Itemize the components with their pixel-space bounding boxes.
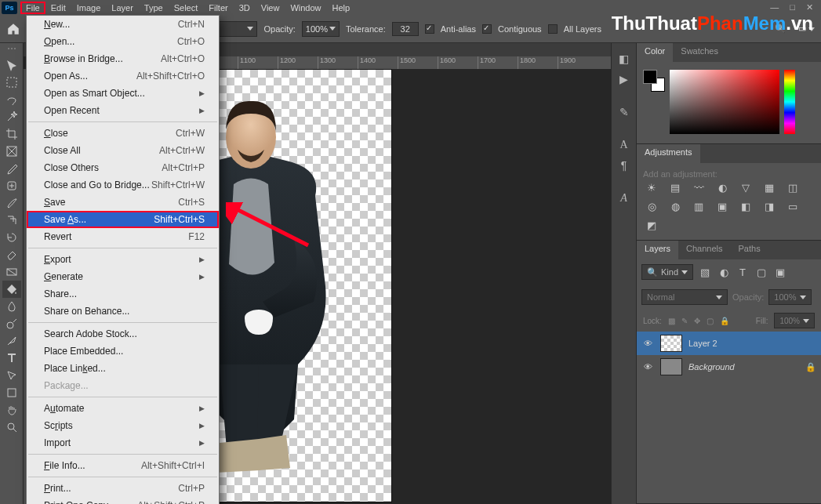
- fg-bg-swatch[interactable]: [643, 70, 665, 92]
- menu-filter[interactable]: Filter: [203, 2, 233, 14]
- layer-row-0[interactable]: 👁Layer 2: [637, 332, 821, 355]
- menu-edit[interactable]: Edit: [45, 2, 71, 14]
- adj-brightness-icon[interactable]: ☀: [645, 182, 659, 193]
- tab-paths[interactable]: Paths: [731, 241, 768, 259]
- file-menu-automate[interactable]: Automate: [27, 400, 219, 417]
- file-menu-revert[interactable]: RevertF12: [27, 228, 219, 245]
- adj-channel-mixer-icon[interactable]: ◍: [668, 201, 682, 212]
- file-menu-open-recent[interactable]: Open Recent: [27, 102, 219, 119]
- marquee-tool[interactable]: [2, 74, 21, 91]
- hand-tool[interactable]: [2, 401, 21, 419]
- eraser-tool[interactable]: [2, 246, 21, 263]
- layer-opacity[interactable]: 100%: [768, 289, 811, 305]
- filter-type-icon[interactable]: T: [736, 267, 750, 277]
- tab-color[interactable]: Color: [637, 43, 673, 62]
- adj-vibrance-icon[interactable]: ▽: [739, 182, 753, 193]
- contiguous-check[interactable]: Contiguous: [482, 24, 542, 34]
- adj-invert-icon[interactable]: ▣: [715, 201, 729, 212]
- layer-row-1[interactable]: 👁Background🔒: [637, 355, 821, 379]
- zoom-tool[interactable]: [2, 419, 21, 436]
- file-menu-generate[interactable]: Generate: [27, 268, 219, 285]
- file-menu-open-as[interactable]: Open As...Alt+Shift+Ctrl+O: [27, 67, 219, 85]
- file-menu-close-and-go-to-bridge[interactable]: Close and Go to Bridge...Shift+Ctrl+W: [27, 176, 219, 194]
- file-menu-close-others[interactable]: Close OthersAlt+Ctrl+P: [27, 159, 219, 176]
- file-menu-save-as[interactable]: Save As...Shift+Ctrl+S: [27, 211, 219, 228]
- healing-tool[interactable]: [2, 177, 21, 194]
- filter-adjust-icon[interactable]: ◐: [717, 267, 731, 277]
- anti-alias-check[interactable]: Anti-alias: [425, 24, 476, 34]
- adj-exposure-icon[interactable]: ◐: [715, 182, 729, 193]
- minimize-icon[interactable]: —: [770, 2, 779, 13]
- lock-all-icon[interactable]: 🔒: [720, 317, 729, 325]
- history-brush-tool[interactable]: [2, 229, 21, 246]
- paragraph-icon[interactable]: ¶: [616, 158, 632, 173]
- home-icon[interactable]: [6, 22, 20, 36]
- file-menu-print-one-copy[interactable]: Print One CopyAlt+Shift+Ctrl+P: [27, 497, 219, 504]
- color-field[interactable]: [670, 70, 779, 134]
- frame-tool[interactable]: [2, 143, 21, 160]
- visibility-icon[interactable]: 👁: [641, 339, 654, 348]
- file-menu-share-on-behance[interactable]: Share on Behance...: [27, 303, 219, 320]
- crop-tool[interactable]: [2, 125, 21, 143]
- all-layers-check[interactable]: All Layers: [548, 24, 601, 34]
- lock-pos-icon[interactable]: ✥: [694, 317, 700, 325]
- adj-threshold-icon[interactable]: ◨: [762, 201, 776, 212]
- gradient-tool[interactable]: [2, 263, 21, 281]
- close-icon[interactable]: ✕: [806, 2, 813, 13]
- filter-smart-icon[interactable]: ▣: [773, 267, 787, 277]
- adj-levels-icon[interactable]: ▤: [668, 182, 682, 193]
- file-menu-close-all[interactable]: Close AllAlt+Ctrl+W: [27, 142, 219, 159]
- lasso-tool[interactable]: [2, 91, 21, 108]
- rectangle-tool[interactable]: [2, 384, 21, 401]
- lock-paint-icon[interactable]: ✎: [681, 317, 688, 325]
- file-menu-search-adobe-stock[interactable]: Search Adobe Stock...: [27, 325, 219, 343]
- tab-layers[interactable]: Layers: [637, 241, 678, 259]
- filter-pixel-icon[interactable]: ▧: [698, 267, 712, 277]
- visibility-icon[interactable]: 👁: [641, 362, 654, 372]
- magic-wand-tool[interactable]: [2, 108, 21, 125]
- eyedropper-tool[interactable]: [2, 160, 21, 177]
- layer-thumb[interactable]: [660, 358, 682, 375]
- file-menu-new[interactable]: New...Ctrl+N: [27, 16, 219, 33]
- bucket-tool[interactable]: [2, 281, 21, 298]
- adj-lut-icon[interactable]: ▥: [692, 201, 706, 212]
- adj-posterize-icon[interactable]: ◧: [739, 201, 753, 212]
- type-tool[interactable]: [2, 350, 21, 367]
- file-menu-file-info[interactable]: File Info...Alt+Shift+Ctrl+I: [27, 457, 219, 474]
- lock-nest-icon[interactable]: ▢: [707, 317, 714, 325]
- tab-swatches[interactable]: Swatches: [673, 43, 726, 62]
- file-menu-import[interactable]: Import: [27, 434, 219, 451]
- file-menu-open-as-smart-object[interactable]: Open as Smart Object...: [27, 85, 219, 102]
- adj-selective-icon[interactable]: ◩: [645, 219, 659, 230]
- adj-photo-filter-icon[interactable]: ◎: [645, 201, 659, 212]
- file-menu-print[interactable]: Print...Ctrl+P: [27, 480, 219, 497]
- glyph-icon[interactable]: A: [616, 190, 632, 206]
- clone-tool[interactable]: [2, 212, 21, 229]
- menu-layer[interactable]: Layer: [106, 2, 139, 14]
- adj-hue-icon[interactable]: ▦: [762, 182, 776, 193]
- menu-image[interactable]: Image: [71, 2, 107, 14]
- adj-curves-icon[interactable]: 〰: [692, 182, 706, 193]
- menu-type[interactable]: Type: [139, 2, 169, 14]
- file-menu-share[interactable]: Share...: [27, 285, 219, 303]
- file-menu-place-embedded[interactable]: Place Embedded...: [27, 343, 219, 360]
- maximize-icon[interactable]: □: [790, 2, 795, 13]
- tolerance-input[interactable]: [392, 22, 419, 36]
- layer-fill[interactable]: 100%: [774, 313, 815, 328]
- blur-tool[interactable]: [2, 298, 21, 315]
- opacity-picker[interactable]: 100%: [302, 21, 340, 37]
- file-menu-close[interactable]: CloseCtrl+W: [27, 125, 219, 142]
- menu-window[interactable]: Window: [285, 2, 326, 14]
- dodge-tool[interactable]: [2, 315, 21, 332]
- layer-thumb[interactable]: [660, 335, 682, 352]
- adj-bw-icon[interactable]: ◫: [786, 182, 800, 193]
- brush-tool[interactable]: [2, 194, 21, 212]
- tab-channels[interactable]: Channels: [678, 241, 730, 259]
- menu-view[interactable]: View: [256, 2, 285, 14]
- panel-grip[interactable]: [4, 48, 20, 54]
- file-menu-export[interactable]: Export: [27, 251, 219, 268]
- hue-slider[interactable]: [784, 70, 795, 134]
- file-menu-place-linked[interactable]: Place Linked...: [27, 360, 219, 377]
- menu-file[interactable]: File: [20, 2, 45, 14]
- play-icon[interactable]: ▶: [616, 71, 632, 87]
